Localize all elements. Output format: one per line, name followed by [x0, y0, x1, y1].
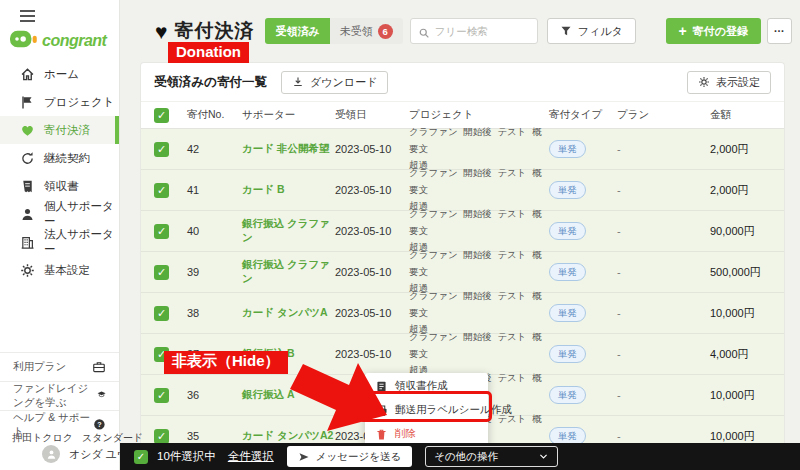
hamburger-menu-icon[interactable] [20, 10, 35, 25]
donation-number: 41 [187, 184, 242, 196]
download-icon [292, 76, 304, 88]
flag-icon [20, 95, 35, 110]
send-message-button[interactable]: メッセージを送る [287, 446, 412, 467]
svg-text:?: ? [97, 421, 101, 429]
supporter-link[interactable]: 銀行振込 A [242, 388, 335, 402]
sidebar-item-corporate-supporters[interactable]: 法人サポーター [0, 228, 119, 256]
plus-icon: + [679, 24, 687, 38]
row-checkbox[interactable]: ✓ [154, 429, 169, 444]
congrant-logo[interactable]: congrant [10, 28, 106, 54]
tab-unreceived-label: 未受領 [340, 24, 373, 39]
sidebar-item-recurring[interactable]: 継続契約 [0, 144, 119, 172]
donation-type-badge: 単発 [549, 140, 586, 157]
supporter-link[interactable]: カード タンパツA [242, 306, 335, 320]
unreceived-count-badge: 6 [378, 24, 393, 39]
select-all-checkbox[interactable]: ✓ [154, 108, 169, 123]
filter-button-label: フィルタ [578, 24, 623, 39]
column-header-donation-no[interactable]: 寄付No. [187, 108, 242, 122]
tab-received[interactable]: 受領済み [265, 18, 329, 44]
menu-item-create-receipt[interactable]: 領収書作成 [365, 374, 488, 398]
sidebar-item-learn-fundraising[interactable]: ファンドレイジングを学ぶ [0, 381, 119, 410]
home-icon [20, 67, 35, 82]
amount-value: 500,000円 [693, 265, 784, 280]
display-settings-label: 表示設定 [716, 75, 760, 90]
other-actions-dropdown[interactable]: その他の操作 [425, 446, 558, 467]
download-button-label: ダウンロード [310, 75, 377, 90]
gear-icon [698, 76, 710, 88]
sidebar-item-donations[interactable]: 寄付決済 [0, 116, 119, 144]
amount-value: 10,000円 [693, 388, 784, 403]
amount-value: 90,000円 [693, 224, 784, 239]
table-row[interactable]: ✓ 42 カード 非公開希望 2023-05-10 クラファン 開始後 テスト … [141, 129, 784, 170]
plan-value: - [617, 225, 693, 237]
supporter-link[interactable]: 銀行振込 クラファン [242, 258, 335, 286]
plan-value: - [617, 266, 693, 278]
sidebar-item-individual-supporters[interactable]: 個人サポーター [0, 200, 119, 228]
row-checkbox[interactable]: ✓ [154, 142, 169, 157]
sidebar-item-label: 領収書 [44, 179, 79, 194]
table-row[interactable]: ✓ 38 カード タンパツA 2023-05-10 クラファン 開始後 テスト … [141, 293, 784, 334]
search-input[interactable] [435, 25, 530, 37]
chevron-down-icon [538, 451, 549, 462]
sidebar-item-label: 継続契約 [44, 151, 90, 166]
donation-type-badge: 単発 [549, 386, 586, 403]
sidebar-item-receipts[interactable]: 領収書 [0, 172, 119, 200]
row-checkbox[interactable]: ✓ [154, 306, 169, 321]
plan-value: - [617, 307, 693, 319]
select-all-link[interactable]: 全件選択 [228, 449, 274, 464]
search-icon [418, 25, 430, 37]
other-actions-label: その他の操作 [434, 450, 498, 464]
supporter-link[interactable]: カード タンパツA2 [242, 429, 335, 443]
download-button[interactable]: ダウンロード [281, 71, 388, 94]
register-donation-button[interactable]: + 寄付の登録 [666, 18, 761, 44]
sidebar-item-projects[interactable]: プロジェクト [0, 88, 119, 116]
column-header-plan[interactable]: プラン [617, 108, 693, 122]
display-settings-button[interactable]: 表示設定 [687, 71, 771, 94]
table-row[interactable]: ✓ 40 銀行振込 クラファン 2023-05-10 クラファン 開始後 テスト… [141, 211, 784, 252]
column-header-supporter[interactable]: サポーター [242, 108, 335, 122]
donation-number: 35 [187, 430, 242, 442]
free-search-box[interactable] [410, 18, 538, 44]
more-actions-button[interactable]: … [767, 18, 792, 44]
amount-value: 2,000円 [693, 142, 784, 157]
donation-number: 42 [187, 143, 242, 155]
plan-value: - [617, 430, 693, 442]
sidebar-item-label: プロジェクト [44, 95, 115, 110]
sidebar-item-label: 個人サポーター [44, 199, 119, 229]
sidebar-footer: 利用プラン ファンドレイジングを学ぶ ヘルプ & サポート ? [0, 352, 119, 439]
refresh-icon [20, 151, 35, 166]
page-title-text: 寄付決済 [174, 18, 254, 44]
column-header-received-date[interactable]: 受領日 [335, 108, 409, 122]
sidebar-item-settings[interactable]: 基本設定 [0, 256, 119, 284]
column-header-project[interactable]: プロジェクト [409, 108, 549, 122]
column-header-donation-type[interactable]: 寄付タイプ [549, 108, 617, 122]
supporter-link[interactable]: カード 非公開希望 [242, 142, 335, 156]
column-header-amount[interactable]: 金額 [693, 108, 784, 122]
row-checkbox[interactable]: ✓ [154, 224, 169, 239]
sidebar-footer-label: ファンドレイジングを学ぶ [13, 382, 97, 410]
sidebar-footer-label: 利用プラン [13, 360, 66, 374]
register-donation-label: 寄付の登録 [693, 24, 748, 39]
received-date: 2023-05-10 [335, 225, 409, 237]
bar-checkbox[interactable]: ✓ [134, 450, 148, 464]
tab-unreceived[interactable]: 未受領 6 [330, 18, 403, 44]
app-window: congrant ホーム プロジェクト 寄付決済 継続契約 領収書 [0, 0, 800, 470]
donation-type-badge: 単発 [549, 222, 586, 239]
donation-number: 38 [187, 307, 242, 319]
receipt-icon [20, 179, 35, 194]
supporter-link[interactable]: 銀行振込 クラファン [242, 217, 335, 245]
amount-value: 2,000円 [693, 183, 784, 198]
row-checkbox[interactable]: ✓ [154, 183, 169, 198]
sidebar-nav: ホーム プロジェクト 寄付決済 継続契約 領収書 個人サポーター [0, 60, 119, 284]
row-checkbox[interactable]: ✓ [154, 388, 169, 403]
row-checkbox[interactable]: ✓ [154, 265, 169, 280]
donation-number: 36 [187, 389, 242, 401]
table-row[interactable]: ✓ 39 銀行振込 クラファン 2023-05-10 クラファン 開始後 テスト… [141, 252, 784, 293]
sidebar-item-plan[interactable]: 利用プラン [0, 352, 119, 381]
filter-button[interactable]: フィルタ [547, 18, 636, 44]
menu-item-create-mailing-labels[interactable]: 郵送用ラベルシール作成 [365, 398, 488, 422]
table-row[interactable]: ✓ 41 カード B 2023-05-10 クラファン 開始後 テスト 概要文超… [141, 170, 784, 211]
sidebar-item-home[interactable]: ホーム [0, 60, 119, 88]
heart-icon [20, 123, 35, 138]
supporter-link[interactable]: カード B [242, 183, 335, 197]
